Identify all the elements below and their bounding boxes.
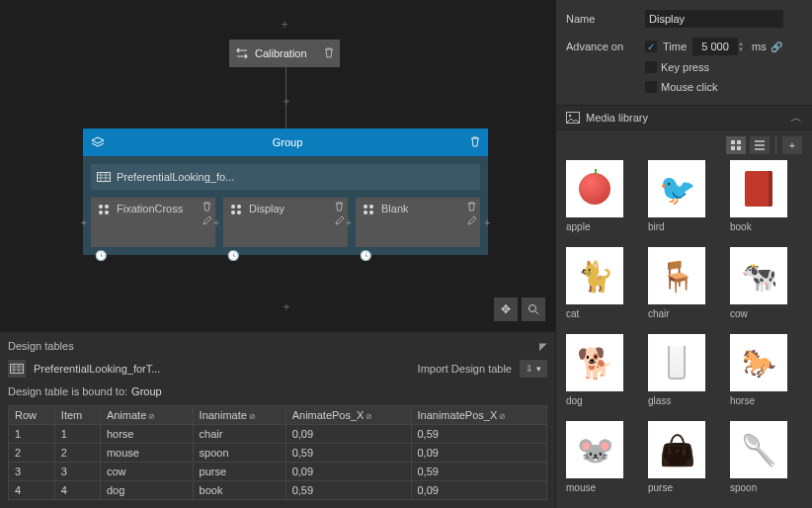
table-cell[interactable]: 3 xyxy=(54,463,100,481)
table-cell[interactable]: 2 xyxy=(54,444,100,463)
table-header[interactable]: AnimatePos_X⊘ xyxy=(285,406,411,425)
add-media-button[interactable]: + xyxy=(782,136,802,154)
media-thumbnail[interactable] xyxy=(730,334,787,391)
table-header[interactable]: Item xyxy=(54,406,100,425)
calibration-node[interactable]: Calibration xyxy=(229,40,340,67)
time-checkbox[interactable]: ✓ xyxy=(645,41,657,52)
media-thumbnail[interactable] xyxy=(648,334,705,391)
table-cell[interactable]: book xyxy=(193,481,285,500)
table-cell[interactable]: purse xyxy=(193,463,285,481)
delete-step-icon[interactable] xyxy=(203,202,211,213)
media-thumbnail[interactable] xyxy=(730,421,787,478)
table-cell[interactable]: 4 xyxy=(54,481,100,500)
media-item[interactable]: glass xyxy=(648,334,720,411)
add-after-icon[interactable]: + xyxy=(484,217,490,228)
zoom-button[interactable] xyxy=(522,297,545,321)
media-item[interactable]: chair xyxy=(648,247,720,324)
table-cell[interactable]: chair xyxy=(193,425,285,444)
table-header[interactable]: Row xyxy=(9,406,55,425)
add-before-icon[interactable]: + xyxy=(213,217,219,228)
timeline-step[interactable]: Display + 🕓 xyxy=(223,198,348,247)
timeline-canvas[interactable]: + Calibration + Grou xyxy=(0,0,555,331)
panel-collapse-icon[interactable]: ◤ xyxy=(539,341,547,352)
media-item[interactable]: horse xyxy=(730,334,802,411)
table-header[interactable]: InanimatePos_X⊘ xyxy=(411,406,547,425)
svg-point-13 xyxy=(529,305,536,312)
add-node-top-icon[interactable]: + xyxy=(278,18,291,32)
media-item[interactable]: apple xyxy=(566,160,638,237)
delete-calibration-icon[interactable] xyxy=(324,47,334,60)
group-node[interactable]: Group PreferentialLooking_fo... xyxy=(83,128,488,255)
media-thumbnail[interactable] xyxy=(730,160,787,217)
media-thumbnail[interactable] xyxy=(730,247,787,304)
delete-group-icon[interactable] xyxy=(470,136,480,149)
table-cell[interactable]: 1 xyxy=(9,425,55,444)
edit-step-icon[interactable] xyxy=(335,216,344,227)
import-design-table-link[interactable]: Import Design table xyxy=(418,363,512,375)
table-cell[interactable]: 0,59 xyxy=(285,481,411,500)
group-header[interactable]: Group xyxy=(83,128,488,156)
table-header[interactable]: Inanimate⊘ xyxy=(193,406,285,425)
table-cell[interactable]: 3 xyxy=(9,463,55,481)
timeline-step[interactable]: FixationCross + 🕓 xyxy=(91,198,215,247)
media-item[interactable]: book xyxy=(730,160,802,237)
table-cell[interactable]: 1 xyxy=(54,425,100,444)
table-cell[interactable]: 0,09 xyxy=(285,463,411,481)
table-cell[interactable]: 0,59 xyxy=(411,463,547,481)
media-item[interactable]: bird xyxy=(648,160,720,237)
list-view-button[interactable] xyxy=(750,136,770,154)
add-before-icon[interactable]: + xyxy=(346,217,352,228)
table-cell[interactable]: cow xyxy=(100,463,193,481)
media-thumbnail[interactable] xyxy=(648,247,705,304)
media-item[interactable]: cow xyxy=(730,247,802,324)
mouseclick-checkbox[interactable] xyxy=(645,81,657,93)
table-cell[interactable]: 0,09 xyxy=(285,425,411,444)
table-row[interactable]: 11horsechair0,090,59 xyxy=(9,425,547,444)
table-row[interactable]: 33cowpurse0,090,59 xyxy=(9,463,547,481)
table-row[interactable]: 44dogbook0,590,09 xyxy=(9,481,547,500)
add-before-icon[interactable]: + xyxy=(81,217,87,228)
table-cell[interactable]: 2 xyxy=(9,444,55,463)
time-value-input[interactable]: 5 000 xyxy=(692,38,738,55)
media-thumbnail[interactable] xyxy=(648,421,705,478)
add-node-bottom-icon[interactable]: + xyxy=(280,300,293,314)
link-binding-icon[interactable]: 🔗 xyxy=(771,42,782,52)
grid-view-button[interactable] xyxy=(726,136,746,154)
media-thumbnail[interactable] xyxy=(566,334,623,391)
time-stepper[interactable]: ▲▼ xyxy=(738,38,748,55)
table-cell[interactable]: horse xyxy=(100,425,193,444)
table-cell[interactable]: dog xyxy=(100,481,193,500)
delete-step-icon[interactable] xyxy=(335,202,344,213)
design-table-reference[interactable]: PreferentialLooking_fo... xyxy=(91,164,480,190)
table-cell[interactable]: 0,59 xyxy=(285,444,411,463)
media-thumbnail[interactable] xyxy=(566,421,623,478)
import-dropdown[interactable]: ⇩ ▾ xyxy=(520,360,547,378)
table-cell[interactable]: mouse xyxy=(100,444,193,463)
table-header[interactable]: Animate⊘ xyxy=(100,406,193,425)
media-thumbnail[interactable] xyxy=(566,247,623,304)
media-item[interactable]: purse xyxy=(648,421,720,498)
media-library-header[interactable]: Media library ︿ xyxy=(556,105,812,130)
media-item[interactable]: spoon xyxy=(730,421,802,498)
table-cell[interactable]: 0,09 xyxy=(411,481,547,500)
table-cell[interactable]: 4 xyxy=(9,481,55,500)
collapse-icon[interactable]: ︿ xyxy=(790,110,802,127)
edit-step-icon[interactable] xyxy=(203,216,211,227)
table-row[interactable]: 22mousespoon0,590,09 xyxy=(9,444,547,463)
keypress-checkbox[interactable] xyxy=(645,61,657,73)
media-thumbnail[interactable] xyxy=(648,160,705,217)
table-cell[interactable]: spoon xyxy=(193,444,285,463)
media-thumbnail[interactable] xyxy=(566,160,623,217)
timeline-step[interactable]: Blank + + 🕓 xyxy=(356,198,480,247)
add-node-mid-icon[interactable]: + xyxy=(280,95,293,109)
name-input[interactable] xyxy=(645,10,783,28)
media-item[interactable]: dog xyxy=(566,334,638,411)
table-cell[interactable]: 0,09 xyxy=(411,444,547,463)
edit-step-icon[interactable] xyxy=(467,216,476,227)
table-cell[interactable]: 0,59 xyxy=(411,425,547,444)
table-icon[interactable] xyxy=(8,360,26,378)
media-item[interactable]: cat xyxy=(566,247,638,324)
media-item[interactable]: mouse xyxy=(566,421,638,498)
delete-step-icon[interactable] xyxy=(467,202,476,213)
pan-button[interactable]: ✥ xyxy=(494,297,518,321)
